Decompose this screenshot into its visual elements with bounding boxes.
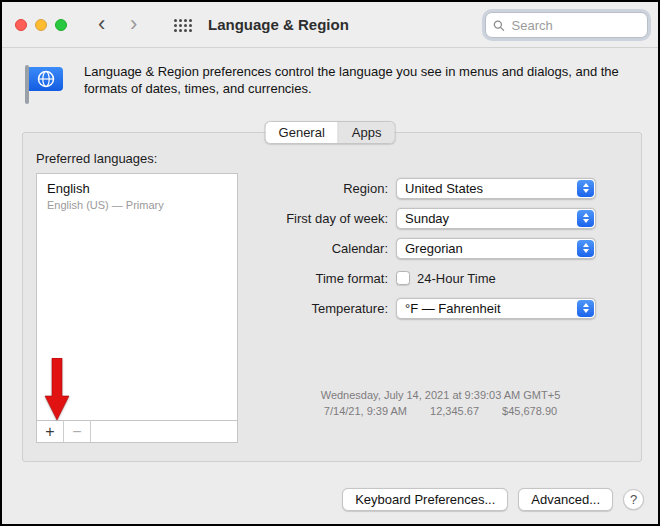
region-label: Region:: [248, 181, 396, 196]
list-item-english[interactable]: English English (US) — Primary: [37, 174, 237, 211]
temperature-popup[interactable]: °F — Fahrenheit: [396, 298, 596, 319]
show-all-grid-button[interactable]: [174, 19, 192, 32]
language-name: English: [47, 181, 227, 196]
minimize-button[interactable]: [35, 19, 47, 31]
keyboard-preferences-button[interactable]: Keyboard Preferences...: [342, 488, 508, 511]
preview-currency: $45,678.90: [502, 403, 557, 419]
calendar-popup[interactable]: Gregorian: [396, 238, 596, 259]
popup-stepper-icon: [577, 210, 594, 227]
back-button[interactable]: ‹: [98, 10, 105, 38]
preferred-languages-label: Preferred languages:: [36, 151, 157, 166]
language-detail: English (US) — Primary: [47, 199, 227, 211]
popup-stepper-icon: [577, 240, 594, 257]
red-arrow-annotation: [44, 358, 70, 422]
first-day-popup[interactable]: Sunday: [396, 208, 596, 229]
form-row-first-day: First day of week: Sunday: [248, 203, 633, 233]
form-row-time-format: Time format: 24-Hour Time: [248, 263, 633, 293]
window-title: Language & Region: [208, 16, 349, 33]
format-preview: Wednesday, July 14, 2021 at 9:39:03 AM G…: [248, 387, 633, 419]
search-input[interactable]: [510, 17, 641, 34]
24-hour-checkbox[interactable]: [396, 271, 410, 285]
temperature-label: Temperature:: [248, 301, 396, 316]
region-form: Region: United States First day of week:…: [248, 173, 633, 323]
search-field[interactable]: [485, 12, 648, 38]
calendar-label: Calendar:: [248, 241, 396, 256]
zoom-button[interactable]: [55, 19, 67, 31]
preview-datetime-long: Wednesday, July 14, 2021 at 9:39:03 AM G…: [248, 387, 633, 403]
language-region-app-icon: [22, 64, 68, 106]
time-format-label: Time format:: [248, 271, 396, 286]
close-button[interactable]: [15, 19, 27, 31]
popup-stepper-icon: [577, 180, 594, 197]
forward-button[interactable]: ›: [130, 10, 137, 38]
header: Language & Region preferences control th…: [2, 48, 658, 114]
first-day-label: First day of week:: [248, 211, 396, 226]
add-language-button[interactable]: +: [37, 421, 64, 442]
help-button[interactable]: ?: [623, 489, 644, 510]
24-hour-checkbox-label: 24-Hour Time: [417, 271, 496, 286]
tab-apps[interactable]: Apps: [339, 122, 395, 143]
preview-date-short: 7/14/21, 9:39 AM: [324, 403, 407, 419]
region-value: United States: [405, 181, 483, 196]
form-row-region: Region: United States: [248, 173, 633, 203]
tab-general[interactable]: General: [266, 122, 339, 143]
header-description: Language & Region preferences control th…: [84, 63, 636, 97]
form-row-calendar: Calendar: Gregorian: [248, 233, 633, 263]
popup-stepper-icon: [577, 300, 594, 317]
list-controls: + −: [37, 420, 237, 442]
search-icon: [493, 19, 505, 32]
temperature-value: °F — Fahrenheit: [405, 301, 501, 316]
tab-bar: General Apps: [265, 121, 396, 144]
form-row-temperature: Temperature: °F — Fahrenheit: [248, 293, 633, 323]
preview-number: 12,345.67: [430, 403, 479, 419]
region-popup[interactable]: United States: [396, 178, 596, 199]
time-format-control: 24-Hour Time: [396, 271, 496, 286]
calendar-value: Gregorian: [405, 241, 463, 256]
first-day-value: Sunday: [405, 211, 449, 226]
traffic-lights: [15, 19, 67, 31]
remove-language-button[interactable]: −: [64, 421, 91, 442]
advanced-button[interactable]: Advanced...: [518, 488, 613, 511]
general-tab-panel: Preferred languages: English English (US…: [22, 132, 642, 462]
titlebar: ‹ › Language & Region: [2, 2, 658, 48]
footer: Keyboard Preferences... Advanced... ?: [342, 488, 644, 511]
language-region-window: ‹ › Language & Region: [0, 0, 660, 526]
preview-short-formats: 7/14/21, 9:39 AM 12,345.67 $45,678.90: [248, 403, 633, 419]
